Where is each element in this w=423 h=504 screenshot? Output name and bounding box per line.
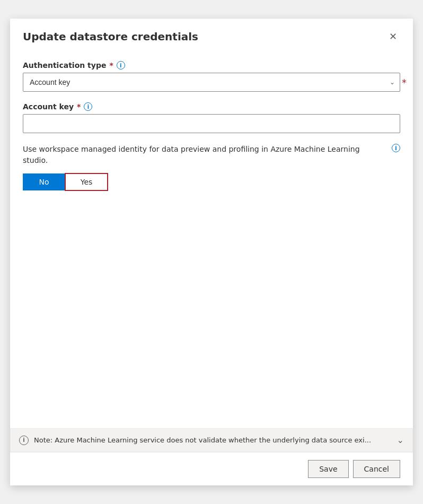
account-key-input[interactable] xyxy=(23,114,400,133)
workspace-identity-row: Use workspace managed identity for data … xyxy=(23,144,400,166)
dialog-body: Authentication type * i Account key SAS … xyxy=(10,53,413,428)
update-credentials-dialog: Update datastore credentials ✕ Authentic… xyxy=(10,19,413,485)
note-info-icon: i xyxy=(19,436,29,445)
close-button[interactable]: ✕ xyxy=(385,29,400,44)
auth-type-required: * xyxy=(109,61,113,69)
note-content: i Note: Azure Machine Learning service d… xyxy=(19,436,397,445)
toggle-group: No Yes xyxy=(23,173,400,190)
dialog-header: Update datastore credentials ✕ xyxy=(10,19,413,53)
cancel-button[interactable]: Cancel xyxy=(353,460,400,478)
dialog-footer: Save Cancel xyxy=(10,452,413,485)
note-bar: i Note: Azure Machine Learning service d… xyxy=(10,428,413,452)
note-text: Note: Azure Machine Learning service doe… xyxy=(34,436,371,444)
dialog-title: Update datastore credentials xyxy=(23,30,198,43)
auth-type-group: Authentication type * i Account key SAS … xyxy=(23,61,400,92)
no-button[interactable]: No xyxy=(23,173,65,190)
auth-type-select-container: Account key SAS token Service principal … xyxy=(23,73,400,92)
close-icon: ✕ xyxy=(389,31,397,42)
auth-type-required-indicator: * xyxy=(402,77,407,88)
auth-type-select-wrapper: Account key SAS token Service principal … xyxy=(23,73,400,92)
account-key-label-text: Account key xyxy=(23,102,74,111)
save-button[interactable]: Save xyxy=(308,460,348,478)
workspace-identity-description: Use workspace managed identity for data … xyxy=(23,144,385,166)
auth-type-label-text: Authentication type xyxy=(23,61,106,69)
account-key-group: Account key * i xyxy=(23,102,400,133)
account-key-info-icon[interactable]: i xyxy=(84,102,92,111)
workspace-identity-info-icon[interactable]: i xyxy=(392,144,400,152)
auth-type-select[interactable]: Account key SAS token Service principal xyxy=(23,73,400,92)
note-expand-icon[interactable]: ⌄ xyxy=(397,435,404,445)
auth-type-label: Authentication type * i xyxy=(23,61,400,69)
account-key-required: * xyxy=(77,102,81,111)
account-key-label: Account key * i xyxy=(23,102,400,111)
yes-button[interactable]: Yes xyxy=(65,173,108,190)
auth-type-info-icon[interactable]: i xyxy=(117,61,125,69)
